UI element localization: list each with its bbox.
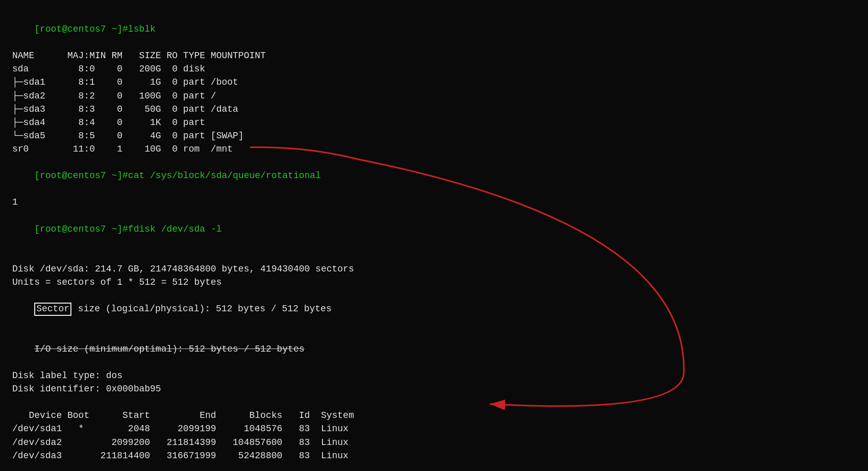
sector-line-suffix: size (logical/physical): 512 bytes / 512… [72, 304, 332, 314]
sda-line: sda 8:0 0 200G 0 disk [12, 62, 856, 76]
sda4-line: ├─sda4 8:4 0 1K 0 part [12, 116, 856, 129]
lsblk-command: [root@centos7 ~]#lsblk [12, 9, 856, 49]
table-row-sda1: /dev/sda1 * 2048 2099199 1048576 83 Linu… [12, 422, 856, 435]
cat-command: [root@centos7 ~]#cat /sys/block/sda/queu… [12, 156, 856, 195]
sda1-line: ├─sda1 8:1 0 1G 0 part /boot [12, 76, 856, 89]
sr0-line: sr0 11:0 1 10G 0 rom /mnt [12, 142, 856, 156]
io-strikethrough: I/O size (minimum/optimal): 512 bytes / … [34, 344, 304, 354]
io-size-line: I/O size (minimum/optimal): 512 bytes / … [12, 329, 856, 369]
units-line: Units = sectors of 1 * 512 = 512 bytes [12, 276, 856, 289]
disk-info: Disk /dev/sda: 214.7 GB, 214748364800 by… [12, 262, 856, 276]
prompt-fdisk: [root@centos7 ~]#fdisk /dev/sda -l [34, 224, 221, 234]
table-header: Device Boot Start End Blocks Id System [12, 409, 856, 422]
cat-result: 1 [12, 195, 856, 209]
fdisk-command: [root@centos7 ~]#fdisk /dev/sda -l [12, 209, 856, 249]
lsblk-header: NAME MAJ:MIN RM SIZE RO TYPE MOUNTPOINT [12, 49, 856, 62]
sector-word-box: Sector [34, 303, 71, 316]
blank-line2 [12, 395, 856, 409]
prompt-lsblk: [root@centos7 ~]#lsblk [34, 24, 156, 34]
table-row-sda4: /dev/sda4 316672000 419430399 51379200 5… [12, 462, 856, 471]
terminal-window: [root@centos7 ~]#lsblk NAME MAJ:MIN RM S… [0, 0, 868, 471]
disk-identifier: Disk identifier: 0x000bab95 [12, 382, 856, 395]
prompt-cat: [root@centos7 ~]#cat /sys/block/sda/queu… [34, 170, 321, 181]
table-row-sda2: /dev/sda2 2099200 211814399 104857600 83… [12, 436, 856, 449]
disk-label-type: Disk label type: dos [12, 369, 856, 382]
sector-line: Sector size (logical/physical): 512 byte… [12, 289, 856, 329]
sda2-line: ├─sda2 8:2 0 100G 0 part / [12, 89, 856, 103]
sda3-line: ├─sda3 8:3 0 50G 0 part /data [12, 103, 856, 116]
blank-line [12, 249, 856, 262]
sda5-line: └─sda5 8:5 0 4G 0 part [SWAP] [12, 129, 856, 142]
table-row-sda3: /dev/sda3 211814400 316671999 52428800 8… [12, 449, 856, 462]
